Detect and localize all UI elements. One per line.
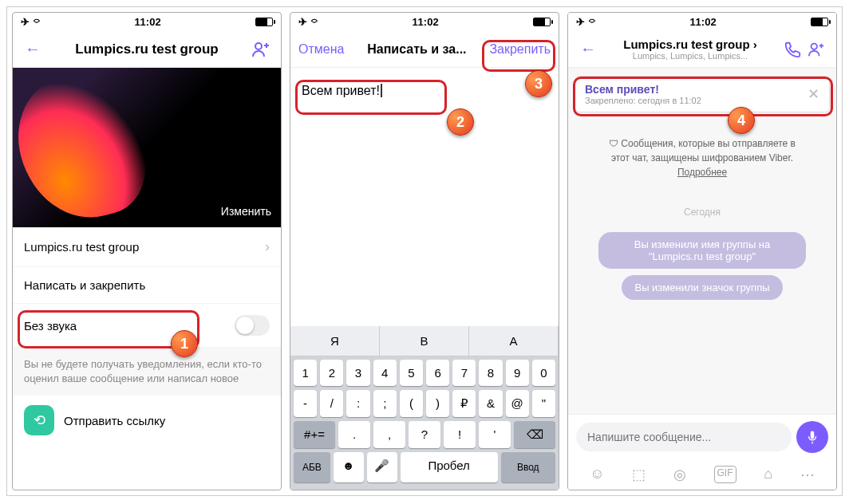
symbols-key[interactable]: #+=	[294, 421, 335, 448]
screen-group-info: ✈⌔ 11:02 ← Lumpics.ru test group Изменит…	[12, 12, 282, 490]
key[interactable]: &	[479, 390, 502, 417]
close-pin-button[interactable]: ✕	[808, 85, 819, 103]
backspace-key[interactable]: ⌫	[514, 421, 555, 448]
chevron-right-icon: ›	[265, 238, 270, 255]
page-title: Lumpics.ru test group	[45, 41, 249, 57]
key-apostrophe[interactable]: '	[479, 421, 511, 448]
add-user-button[interactable]	[804, 41, 828, 58]
header: ← Lumpics.ru test group	[13, 31, 281, 68]
camera-icon[interactable]: ◎	[673, 466, 686, 483]
edit-cover-button[interactable]: Изменить	[221, 205, 271, 218]
group-name-row[interactable]: Lumpics.ru test group ›	[13, 227, 281, 267]
page-title: Написать и за...	[344, 42, 489, 57]
mute-note: Вы не будете получать уведомления, если …	[13, 348, 281, 396]
pinned-text: Всем привет!	[585, 83, 701, 96]
enter-key[interactable]: Ввод	[501, 452, 555, 482]
encryption-notice: 🛡 Сообщения, которые вы отправляете в эт…	[592, 128, 812, 187]
group-name-label: Lumpics.ru test group	[24, 240, 139, 254]
status-bar: ✈⌔ 11:02	[290, 13, 559, 31]
shop-icon[interactable]: ⌂	[764, 466, 772, 483]
suggestion-3[interactable]: А	[469, 326, 559, 356]
keyboard: 1234567890 -/:;()₽&@" #+= . , ? ! ' ⌫ АБ…	[290, 356, 559, 490]
svg-point-1	[811, 43, 817, 49]
airplane-icon: ✈	[298, 16, 307, 28]
write-and-pin-row[interactable]: Написать и закрепить	[13, 267, 281, 304]
key-2[interactable]: 2	[320, 360, 343, 386]
key-0[interactable]: 0	[532, 360, 555, 386]
back-button[interactable]: ←	[576, 40, 600, 58]
pin-button[interactable]: Закрепить	[489, 42, 551, 57]
group-cover[interactable]: Изменить	[13, 68, 281, 227]
battery-icon	[533, 18, 551, 26]
share-icon: ⟲	[24, 405, 54, 435]
system-message: Вы изменили значок группы	[622, 275, 782, 300]
key-4[interactable]: 4	[373, 360, 397, 386]
more-icon[interactable]: ⋯	[800, 466, 815, 483]
mute-label: Без звука	[24, 319, 77, 333]
message-input-bar	[568, 414, 836, 459]
system-message: Вы изменили имя группы на "Lumpics.ru te…	[598, 232, 806, 269]
key-9[interactable]: 9	[506, 360, 529, 386]
key-bang[interactable]: !	[444, 421, 476, 448]
key-comma[interactable]: ,	[373, 421, 405, 448]
key-6[interactable]: 6	[426, 360, 449, 386]
key-question[interactable]: ?	[409, 421, 440, 448]
chat-toolbar: ☺ ⬚ ◎ GIF ⌂ ⋯	[568, 459, 836, 490]
key[interactable]: :	[346, 390, 369, 417]
key[interactable]: )	[426, 390, 449, 417]
emoji-key[interactable]: ☻	[334, 452, 364, 482]
sticker-icon[interactable]: ☺	[590, 466, 604, 483]
cancel-button[interactable]: Отмена	[298, 42, 344, 57]
learn-more-link[interactable]: Подробнее	[677, 167, 727, 178]
battery-icon	[811, 18, 828, 26]
clock: 11:02	[134, 16, 160, 28]
back-button[interactable]: ←	[21, 40, 45, 58]
chat-title: Lumpics.ru test group ›	[600, 37, 780, 51]
key[interactable]: -	[294, 390, 317, 417]
chat-subtitle: Lumpics, Lumpics, Lumpics...	[600, 51, 780, 61]
wifi-icon: ⌔	[34, 16, 40, 28]
space-key[interactable]: Пробел	[401, 452, 498, 482]
annotation-3: 3	[525, 70, 552, 97]
share-link-label: Отправить ссылку	[64, 414, 165, 427]
mute-toggle[interactable]	[235, 315, 270, 336]
key-8[interactable]: 8	[479, 360, 502, 386]
key[interactable]: ₽	[452, 390, 476, 417]
pinned-message[interactable]: Всем привет! Закреплено: сегодня в 11:02…	[575, 76, 830, 112]
key-7[interactable]: 7	[452, 360, 476, 386]
pinned-meta: Закреплено: сегодня в 11:02	[585, 96, 701, 105]
annotation-4: 4	[728, 107, 755, 134]
key-5[interactable]: 5	[400, 360, 423, 386]
key-3[interactable]: 3	[346, 360, 369, 386]
call-button[interactable]	[780, 41, 804, 58]
key[interactable]: @	[506, 390, 529, 417]
pin-text-input[interactable]: Всем привет!	[290, 68, 559, 114]
suggestion-2[interactable]: В	[380, 326, 469, 356]
gallery-icon[interactable]: ⬚	[632, 466, 646, 483]
wifi-icon: ⌔	[589, 16, 595, 28]
suggestion-1[interactable]: Я	[290, 326, 380, 356]
gif-icon[interactable]: GIF	[714, 466, 736, 483]
key-1[interactable]: 1	[294, 360, 317, 386]
date-divider: Сегодня	[568, 207, 836, 218]
clock: 11:02	[689, 16, 716, 28]
header: Отмена Написать и за... Закрепить	[290, 31, 559, 68]
add-user-button[interactable]	[249, 40, 273, 59]
wifi-icon: ⌔	[311, 16, 318, 28]
abc-key[interactable]: АБВ	[294, 452, 330, 482]
annotation-2: 2	[447, 108, 474, 136]
key-dot[interactable]: .	[338, 421, 370, 448]
key[interactable]: /	[320, 390, 343, 417]
voice-message-button[interactable]	[796, 421, 828, 453]
screen-compose-pin: ✈⌔ 11:02 Отмена Написать и за... Закрепи…	[290, 12, 559, 490]
message-input[interactable]	[576, 423, 792, 451]
key[interactable]: ;	[373, 390, 397, 417]
key[interactable]: "	[532, 390, 555, 417]
chat-title-wrap[interactable]: Lumpics.ru test group › Lumpics, Lumpics…	[600, 37, 780, 61]
key[interactable]: (	[400, 390, 423, 417]
status-bar: ✈⌔ 11:02	[13, 13, 281, 31]
svg-point-0	[255, 43, 262, 49]
mic-key[interactable]: 🎤	[367, 452, 397, 482]
status-bar: ✈⌔ 11:02	[568, 13, 836, 31]
share-link-row[interactable]: ⟲ Отправить ссылку	[13, 396, 281, 445]
